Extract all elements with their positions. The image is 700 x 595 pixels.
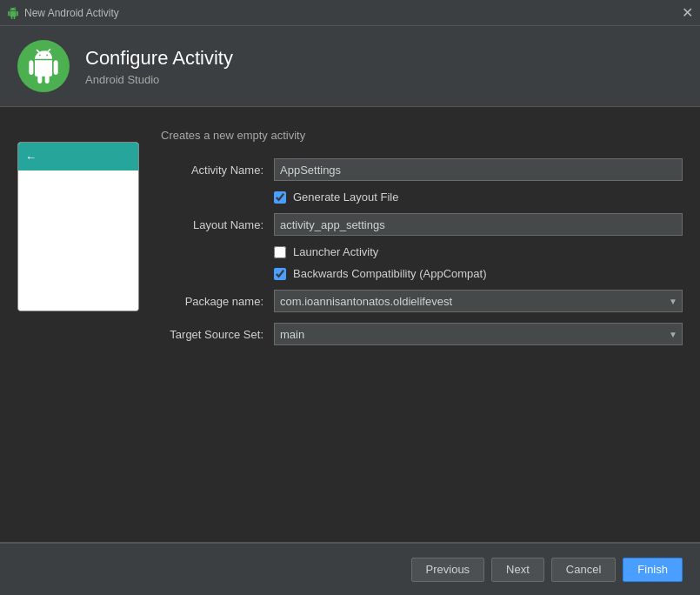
- title-bar: New Android Activity ✕: [0, 0, 700, 26]
- page-subtitle: Android Studio: [85, 73, 233, 86]
- phone-mock: ←: [17, 142, 139, 311]
- package-name-select-wrapper: com.ioannisantonatos.oldielifevest ▼: [274, 290, 683, 312]
- header-section: Configure Activity Android Studio: [0, 26, 700, 107]
- launcher-activity-row: Launcher Activity: [274, 245, 683, 258]
- back-arrow-icon: ←: [25, 150, 37, 164]
- backwards-compat-label: Backwards Compatibility (AppCompat): [293, 267, 487, 280]
- bottom-bar: Previous Next Cancel Finish: [0, 543, 700, 595]
- previous-button[interactable]: Previous: [411, 558, 485, 582]
- activity-name-input[interactable]: [274, 158, 683, 181]
- launcher-activity-checkbox[interactable]: [274, 246, 286, 258]
- backwards-compat-checkbox[interactable]: [274, 268, 286, 280]
- finish-button[interactable]: Finish: [623, 558, 683, 582]
- package-name-row: Package name: com.ioannisantonatos.oldie…: [161, 289, 683, 313]
- android-small-icon: [7, 7, 19, 19]
- phone-preview: ←: [17, 142, 143, 525]
- generate-layout-label: Generate Layout File: [293, 191, 398, 204]
- generate-layout-checkbox[interactable]: [274, 191, 286, 204]
- package-name-label: Package name:: [161, 295, 274, 308]
- activity-name-row: Activity Name:: [161, 157, 683, 182]
- main-content: ← Creates a new empty activity Activity …: [0, 107, 700, 542]
- target-source-set-select[interactable]: main: [274, 323, 683, 345]
- package-name-select[interactable]: com.ioannisantonatos.oldielifevest: [274, 290, 683, 312]
- android-logo: [17, 40, 70, 92]
- android-icon: [26, 49, 61, 84]
- phone-mock-bar: ←: [18, 143, 138, 170]
- header-text: Configure Activity Android Studio: [85, 47, 233, 86]
- page-title: Configure Activity: [85, 47, 233, 70]
- form-area: Creates a new empty activity Activity Na…: [161, 124, 683, 525]
- form-subtitle: Creates a new empty activity: [161, 129, 683, 142]
- activity-name-label: Activity Name:: [161, 164, 274, 177]
- next-button[interactable]: Next: [491, 558, 544, 582]
- cancel-button[interactable]: Cancel: [551, 558, 616, 582]
- layout-name-label: Layout Name:: [161, 218, 274, 231]
- layout-name-input[interactable]: [274, 213, 683, 236]
- target-source-set-wrapper: main ▼: [274, 323, 683, 345]
- backwards-compat-row: Backwards Compatibility (AppCompat): [274, 267, 683, 280]
- target-source-set-row: Target Source Set: main ▼: [161, 322, 683, 346]
- layout-name-row: Layout Name:: [161, 212, 683, 237]
- title-bar-left: New Android Activity: [7, 7, 119, 19]
- launcher-activity-label: Launcher Activity: [293, 245, 378, 258]
- target-source-set-label: Target Source Set:: [161, 328, 274, 341]
- close-button[interactable]: ✕: [682, 6, 693, 20]
- generate-layout-row: Generate Layout File: [274, 191, 683, 204]
- title-bar-title: New Android Activity: [24, 7, 119, 19]
- phone-mock-content: [18, 170, 138, 311]
